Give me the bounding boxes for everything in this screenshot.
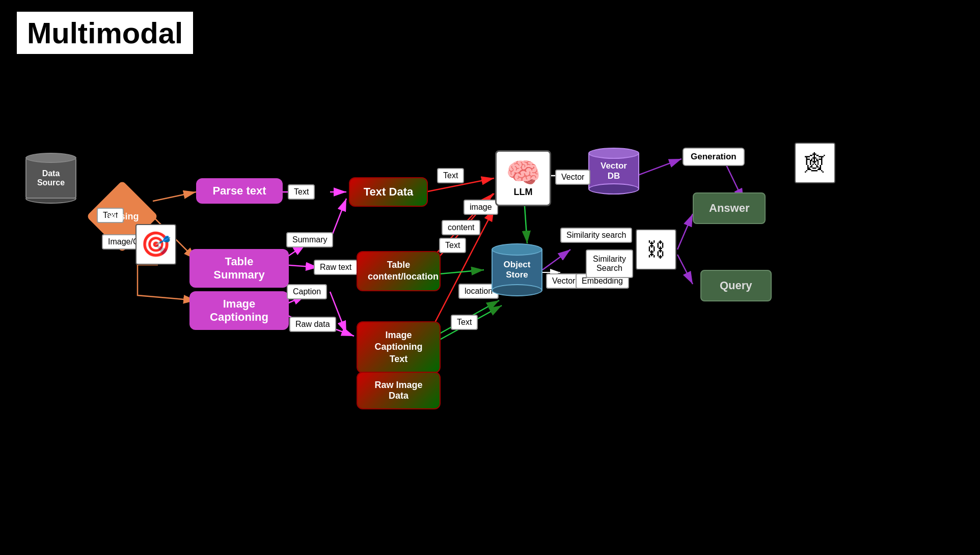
- parse-text-node: Parse text: [196, 178, 283, 204]
- llm-label: LLM: [514, 187, 533, 198]
- obj-bottom: [492, 284, 542, 296]
- text-label-table: Text: [439, 238, 466, 253]
- obj-top: [492, 243, 542, 256]
- query-box: Query: [700, 270, 772, 301]
- object-store-node: Object Store: [489, 243, 545, 304]
- brain-icon: 🧠: [506, 159, 541, 187]
- caption-label: Caption: [287, 284, 327, 299]
- table-summary-node: Table Summary: [189, 249, 289, 288]
- vdb-bottom: [588, 183, 639, 195]
- image-captioning-text-node: Image Captioning Text: [357, 321, 441, 373]
- parsing-label: parsing: [89, 183, 155, 249]
- title-text: Multimodal: [27, 16, 183, 49]
- text-label-to-llm: Text: [437, 168, 464, 183]
- llm-content: 🧠 LLM: [506, 159, 541, 198]
- text-label-after-parse: Text: [288, 184, 315, 200]
- image-captioning-node: Image Captioning: [189, 291, 289, 330]
- text-data-node: Text Data: [349, 177, 428, 207]
- title-box: Multimodal: [15, 10, 195, 55]
- summary-label: Summary: [286, 232, 333, 247]
- vdb-top: [588, 148, 639, 159]
- raw-data-label: Raw data: [289, 317, 336, 332]
- image-label: image: [464, 200, 498, 215]
- chain-icon: ⛓: [636, 229, 676, 270]
- network-icon: 🕸: [795, 143, 835, 183]
- content-label: content: [442, 220, 480, 235]
- vector-db-node: Vector DB: [586, 148, 642, 204]
- vector-label-llm: Vector: [555, 170, 590, 185]
- cylinder-body: Data Source: [25, 158, 76, 199]
- similarity-search-box: Similarity Search: [586, 249, 633, 278]
- raw-text-label: Raw text: [314, 260, 358, 275]
- text-label-img-caption: Text: [451, 315, 478, 330]
- cylinder-top: [25, 153, 76, 163]
- parsing-diamond: parsing: [89, 183, 155, 249]
- data-source-node: Data Source: [23, 148, 79, 209]
- table-content-node: Table content/location: [357, 251, 441, 291]
- answer-box: Answer: [693, 192, 766, 224]
- raw-image-data-node-2: Raw Image Data: [357, 372, 441, 409]
- similarity-search-label: Similarity search: [560, 228, 632, 243]
- generation-box: Generation: [683, 148, 745, 166]
- llm-box: 🧠 LLM: [495, 150, 551, 206]
